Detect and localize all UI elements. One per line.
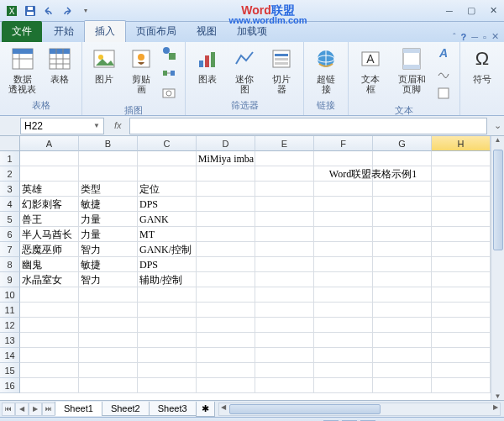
- window-controls: ─ ▢ ✕: [442, 4, 501, 18]
- row-header[interactable]: 14: [0, 348, 20, 363]
- row-headers: 1 2 3 4 5 6 7 8 9 10 11 12 13 14 15 16: [0, 151, 20, 393]
- minimize-button[interactable]: ─: [442, 4, 457, 18]
- hscroll-thumb[interactable]: [229, 404, 381, 414]
- sheet-tab-new-icon[interactable]: ✱: [196, 402, 215, 417]
- wordart-icon[interactable]: A: [436, 45, 454, 64]
- tab-file[interactable]: 文件: [2, 21, 42, 42]
- row-header[interactable]: 7: [0, 242, 20, 257]
- sheet-nav-first-icon[interactable]: ⏮: [2, 403, 15, 416]
- sparkline-button[interactable]: 迷你图: [228, 44, 261, 96]
- row-header[interactable]: 1: [0, 151, 20, 166]
- symbol-button[interactable]: Ω符号: [465, 44, 499, 86]
- row-header[interactable]: 6: [0, 227, 20, 242]
- sheet-tab-3[interactable]: Sheet3: [149, 402, 197, 416]
- column-headers: A B C D E F G H: [20, 136, 491, 151]
- row-header[interactable]: 11: [0, 303, 20, 318]
- col-header[interactable]: A: [20, 136, 79, 151]
- row-header[interactable]: 8: [0, 257, 20, 272]
- group-text: A文本框 页眉和页脚 A 文本: [349, 42, 460, 115]
- tab-insert[interactable]: 插入: [84, 20, 126, 42]
- svg-rect-31: [275, 58, 288, 61]
- row-header[interactable]: 15: [0, 363, 20, 378]
- sheet-nav: ⏮ ◀ ▶ ⏭: [2, 403, 55, 416]
- svg-rect-6: [13, 49, 33, 54]
- pivot-table-button[interactable]: 数据 透视表: [5, 44, 39, 96]
- sheet-nav-next-icon[interactable]: ▶: [29, 403, 42, 416]
- svg-rect-39: [403, 49, 420, 53]
- object-icon[interactable]: [436, 86, 454, 104]
- tab-layout[interactable]: 页面布局: [126, 21, 186, 42]
- sheet-tab-1[interactable]: Sheet1: [55, 402, 102, 416]
- doc-minimize-icon[interactable]: ─: [471, 32, 478, 42]
- window-title: Word联盟 www.wordlm.com: [94, 3, 442, 18]
- row-header[interactable]: 2: [0, 166, 20, 182]
- save-icon[interactable]: [22, 3, 39, 19]
- formula-bar-expand-icon[interactable]: ⌄: [491, 120, 504, 131]
- group-charts-sparklines: 图表 迷你图 切片器 筛选器: [186, 42, 304, 115]
- svg-rect-42: [438, 88, 449, 98]
- screenshot-icon[interactable]: [161, 86, 180, 104]
- redo-icon[interactable]: [59, 3, 76, 19]
- row-header[interactable]: 10: [0, 287, 20, 303]
- cells-area[interactable]: MiMiya imba Word联盟表格示例1 英雄类型定位 幻影刺客敏捷DPS…: [20, 151, 491, 393]
- namebox-dropdown-icon[interactable]: ▼: [93, 122, 100, 129]
- spreadsheet-grid: 1 2 3 4 5 6 7 8 9 10 11 12 13 14 15 16 A…: [0, 136, 504, 400]
- row-header[interactable]: 16: [0, 378, 20, 393]
- col-header[interactable]: F: [314, 136, 373, 151]
- slicer-button[interactable]: 切片器: [265, 44, 298, 96]
- shapes-icon[interactable]: [161, 45, 180, 64]
- table-button[interactable]: 表格: [43, 44, 76, 86]
- row-header[interactable]: 9: [0, 272, 20, 287]
- cell[interactable]: MiMiya imba: [20, 151, 432, 166]
- tab-view[interactable]: 视图: [186, 21, 227, 42]
- textbox-button[interactable]: A文本框: [354, 44, 387, 96]
- excel-app-icon[interactable]: X: [3, 3, 20, 19]
- row-header[interactable]: 3: [0, 182, 20, 197]
- ribbon: 数据 透视表 表格 表格 图片 剪贴画 插图 图表 迷你图 切片器 筛选器 超链…: [0, 42, 504, 116]
- doc-close-icon[interactable]: ✕: [491, 31, 499, 42]
- qat-customize-icon[interactable]: ▾: [77, 3, 94, 19]
- svg-rect-26: [199, 61, 203, 67]
- col-header[interactable]: B: [79, 136, 138, 151]
- svg-rect-32: [275, 62, 288, 65]
- col-header[interactable]: H: [432, 136, 491, 151]
- sheet-nav-last-icon[interactable]: ⏭: [42, 403, 55, 416]
- header-footer-button[interactable]: 页眉和页脚: [391, 44, 433, 96]
- chart-button[interactable]: 图表: [191, 44, 224, 86]
- sheet-nav-prev-icon[interactable]: ◀: [15, 403, 29, 416]
- sheet-tab-2[interactable]: Sheet2: [102, 402, 150, 416]
- signature-icon[interactable]: [436, 66, 454, 84]
- row-header[interactable]: 4: [0, 197, 20, 212]
- col-header[interactable]: G: [373, 136, 432, 151]
- select-all-corner[interactable]: [0, 136, 20, 151]
- tab-home[interactable]: 开始: [44, 21, 84, 42]
- minimize-ribbon-icon[interactable]: ˆ: [453, 32, 456, 42]
- svg-rect-28: [211, 52, 215, 67]
- vertical-scrollbar[interactable]: ▲ ▼: [491, 136, 504, 400]
- col-header[interactable]: C: [138, 136, 197, 151]
- horizontal-scrollbar[interactable]: ◀ ▶: [218, 403, 501, 416]
- picture-button[interactable]: 图片: [87, 44, 121, 86]
- row-header[interactable]: 5: [0, 212, 20, 227]
- row-header[interactable]: 12: [0, 318, 20, 333]
- undo-icon[interactable]: [40, 3, 57, 19]
- svg-rect-21: [163, 71, 167, 76]
- col-header[interactable]: D: [197, 136, 255, 151]
- cell[interactable]: Word联盟表格示例1: [314, 166, 432, 182]
- vscroll-thumb[interactable]: [493, 150, 503, 250]
- fx-icon[interactable]: fx: [114, 120, 126, 132]
- maximize-button[interactable]: ▢: [464, 4, 479, 18]
- close-button[interactable]: ✕: [486, 4, 501, 18]
- clipart-button[interactable]: 剪贴画: [124, 44, 158, 96]
- hyperlink-button[interactable]: 超链接: [309, 44, 343, 96]
- svg-point-18: [138, 54, 144, 61]
- row-header[interactable]: 13: [0, 333, 20, 348]
- formula-bar-row: H22▼ fx ⌄: [0, 116, 504, 136]
- doc-restore-icon[interactable]: ▫: [483, 32, 486, 42]
- smartart-icon[interactable]: [161, 66, 180, 84]
- name-box[interactable]: H22▼: [20, 118, 104, 134]
- formula-bar[interactable]: [129, 118, 487, 134]
- quick-access-toolbar: X ▾: [3, 3, 94, 19]
- col-header[interactable]: E: [255, 136, 314, 151]
- help-icon[interactable]: ?: [461, 32, 467, 42]
